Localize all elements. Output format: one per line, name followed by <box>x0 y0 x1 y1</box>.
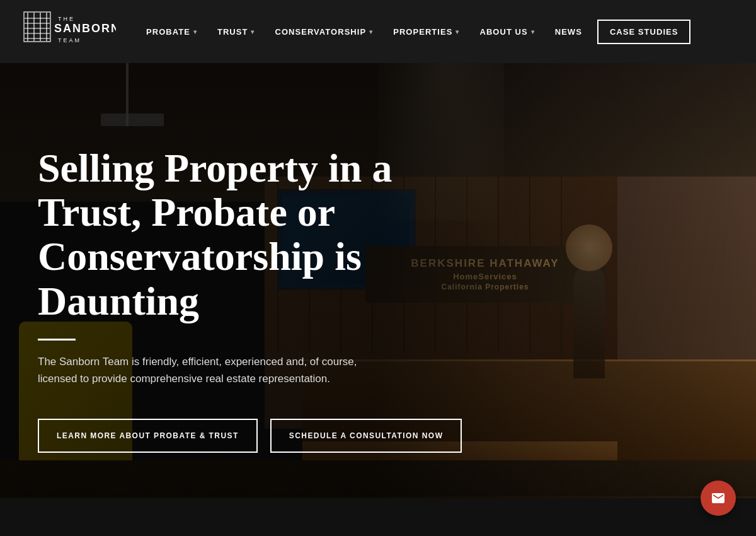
chevron-down-icon: ▾ <box>193 28 197 35</box>
chevron-down-icon: ▾ <box>251 28 255 35</box>
hero-section: BERKSHIRE HATHAWAY HomeServices Californ… <box>0 63 756 536</box>
hero-content: Selling Property in a Trust, Probate or … <box>0 63 756 536</box>
chevron-down-icon: ▾ <box>455 28 459 35</box>
hero-buttons: LEARN MORE ABOUT PROBATE & TRUST SCHEDUL… <box>38 419 718 453</box>
email-icon <box>711 491 726 506</box>
email-fab-button[interactable] <box>701 481 736 516</box>
chevron-down-icon: ▾ <box>531 28 535 35</box>
nav-trust[interactable]: TRUST ▾ <box>207 22 265 42</box>
chevron-down-icon: ▾ <box>369 28 373 35</box>
nav-case-studies[interactable]: CASE STUDIES <box>597 20 691 44</box>
nav-conservatorship[interactable]: CONSERVATORSHIP ▾ <box>265 22 384 42</box>
nav-probate[interactable]: PROBATE ▾ <box>136 22 207 42</box>
learn-more-button[interactable]: LEARN MORE ABOUT PROBATE & TRUST <box>38 419 258 453</box>
svg-text:THE: THE <box>58 16 75 22</box>
hero-divider <box>38 339 76 341</box>
nav-properties[interactable]: PROPERTIES ▾ <box>383 22 469 42</box>
svg-text:SANBORN: SANBORN <box>54 22 116 35</box>
nav-news[interactable]: NEWS <box>545 22 592 42</box>
site-header: THE SANBORN TEAM PROBATE ▾ TRUST ▾ CONSE… <box>0 0 756 63</box>
svg-text:TEAM: TEAM <box>58 37 81 44</box>
nav-about-us[interactable]: ABOUT US ▾ <box>469 22 544 42</box>
hero-subtitle: The Sanborn Team is friendly, efficient,… <box>38 353 391 387</box>
logo[interactable]: THE SANBORN TEAM <box>15 9 116 54</box>
main-nav: PROBATE ▾ TRUST ▾ CONSERVATORSHIP ▾ PROP… <box>136 20 741 44</box>
hero-title: Selling Property in a Trust, Probate or … <box>38 146 466 324</box>
schedule-consultation-button[interactable]: SCHEDULE A CONSULTATION NOW <box>270 419 462 453</box>
bottom-bar <box>0 498 756 536</box>
